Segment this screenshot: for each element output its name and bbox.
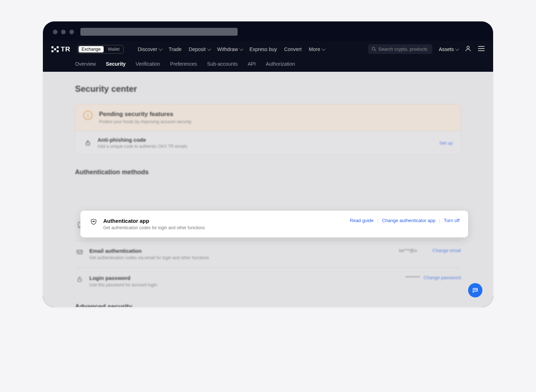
page-content: Security center ! Pending security featu… [43, 72, 493, 307]
svg-point-19 [93, 221, 93, 222]
authenticator-title: Authenticator app [103, 218, 205, 224]
window-controls [53, 30, 74, 34]
nav-express-buy[interactable]: Express buy [249, 46, 277, 52]
mode-exchange[interactable]: Exchange [79, 46, 103, 52]
anti-desc: Add a unique code to authentic OKX TR em… [98, 144, 187, 149]
chevron-down-icon [322, 46, 326, 50]
authenticator-actions: Read guide | Change authenticator app | … [350, 218, 460, 223]
password-desc: Use this password for account login [89, 282, 157, 287]
nav-withdraw[interactable]: Withdraw [217, 46, 242, 52]
logo-text: TR [61, 45, 70, 53]
tab-security[interactable]: Security [106, 61, 125, 67]
chevron-down-icon [455, 46, 459, 50]
password-masked: ******** [406, 275, 420, 280]
email-masked: ke***@o· [399, 248, 418, 253]
nav-convert[interactable]: Convert [284, 46, 302, 52]
pending-title: Pending security features [99, 111, 192, 118]
main-nav: Discover Trade Deposit Withdraw Express … [138, 46, 324, 52]
email-auth-row: Email authentication Get authentication … [75, 241, 461, 268]
change-password-link[interactable]: Change password [423, 275, 461, 280]
svg-point-5 [372, 47, 375, 50]
anti-title: Anti-phishing code [98, 137, 187, 143]
change-email-link[interactable]: Change email [432, 248, 461, 253]
svg-rect-11 [86, 142, 90, 145]
svg-rect-2 [54, 48, 56, 50]
search-placeholder: Search crypto, products [378, 46, 427, 52]
search-icon [372, 47, 376, 51]
assets-menu[interactable]: Assets [439, 46, 458, 52]
tab-overview[interactable]: Overview [75, 61, 96, 67]
window-min-dot[interactable] [61, 30, 66, 34]
svg-rect-1 [51, 50, 54, 52]
pending-security-banner: ! Pending security features Protect your… [75, 104, 461, 131]
chat-icon [472, 287, 478, 293]
separator: | [377, 218, 378, 223]
site-logo[interactable]: TR [51, 45, 70, 53]
authenticator-desc: Get authentication codes for login and o… [103, 225, 205, 230]
tab-verification[interactable]: Verification [136, 61, 160, 67]
window-close-dot[interactable] [53, 30, 58, 34]
authenticator-card: Authenticator app Get authentication cod… [80, 211, 468, 237]
window-max-dot[interactable] [69, 30, 74, 34]
tab-api[interactable]: API [248, 61, 256, 67]
svg-rect-15 [78, 279, 81, 282]
nav-deposit[interactable]: Deposit [189, 46, 210, 52]
svg-line-6 [374, 50, 376, 51]
page-title: Security center [75, 84, 461, 94]
lock-open-icon [75, 275, 84, 283]
svg-rect-3 [57, 46, 59, 48]
search-input[interactable]: Search crypto, products [368, 44, 432, 54]
logo-icon [51, 46, 59, 52]
user-icon[interactable] [465, 45, 472, 53]
browser-titlebar [43, 21, 493, 41]
email-actions: ke***@o· Change email [399, 248, 461, 253]
svg-rect-14 [77, 250, 83, 254]
anti-phishing-row: Anti-phishing code Add a unique code to … [75, 131, 461, 155]
email-desc: Get authentication codes via email for l… [89, 255, 209, 260]
password-row: Login password Use this password for acc… [75, 268, 461, 295]
address-bar[interactable] [80, 28, 238, 36]
anti-setup-link[interactable]: Set up [439, 140, 453, 146]
tab-preferences[interactable]: Preferences [170, 61, 197, 67]
advanced-section-title: Advanced security [75, 303, 461, 307]
change-authenticator-link[interactable]: Change authenticator app [382, 218, 436, 223]
svg-rect-4 [57, 50, 59, 52]
browser-window: TR Exchange Wallet Discover Trade Deposi… [43, 21, 493, 307]
svg-point-16 [474, 290, 475, 290]
shield-check-icon [89, 218, 98, 225]
svg-point-7 [467, 46, 470, 49]
turn-off-link[interactable]: Turn off [444, 218, 460, 223]
chevron-down-icon [159, 46, 163, 50]
svg-rect-0 [51, 46, 54, 48]
chevron-down-icon [239, 46, 243, 50]
pending-desc: Protect your funds by improving account … [99, 119, 192, 124]
account-subnav: Overview Security Verification Preferenc… [43, 57, 493, 72]
password-actions: ******** Change password [406, 275, 461, 280]
separator: | [439, 218, 440, 223]
nav-more[interactable]: More [309, 46, 324, 52]
header-right: Search crypto, products Assets [368, 44, 485, 54]
auth-section-title: Authentication methods [75, 169, 461, 176]
nav-trade[interactable]: Trade [169, 46, 182, 52]
read-guide-link[interactable]: Read guide [350, 218, 374, 223]
svg-point-17 [475, 290, 476, 290]
svg-point-18 [476, 290, 477, 290]
tab-authorization[interactable]: Authorization [266, 61, 295, 67]
lock-shield-icon [83, 139, 93, 146]
hamburger-menu-icon[interactable] [478, 46, 485, 52]
nav-discover[interactable]: Discover [138, 46, 162, 52]
mode-wallet[interactable]: Wallet [104, 45, 123, 53]
email-title: Email authentication [89, 248, 209, 254]
tab-sub-accounts[interactable]: Sub-accounts [207, 61, 238, 67]
mode-switch[interactable]: Exchange Wallet [78, 45, 123, 54]
chat-fab[interactable] [468, 283, 482, 297]
site-header: TR Exchange Wallet Discover Trade Deposi… [43, 41, 493, 57]
chevron-down-icon [207, 46, 211, 50]
alert-icon: ! [83, 111, 93, 120]
svg-point-21 [94, 221, 94, 222]
password-title: Login password [89, 275, 157, 281]
mail-icon [75, 248, 84, 256]
svg-point-20 [93, 221, 94, 222]
